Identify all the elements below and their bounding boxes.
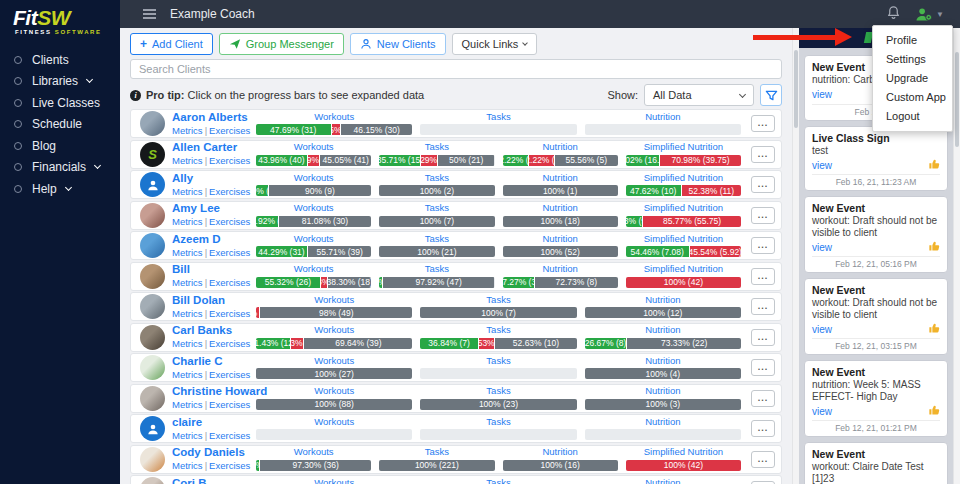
progress-segment-gray[interactable]: 55.71% (39) <box>307 246 371 257</box>
progress-segment-red[interactable]: 6.38% (3) <box>320 277 327 288</box>
progress-segment-gray[interactable]: 38.30% (18) <box>327 277 371 288</box>
progress-segment-red[interactable]: 100% (42) <box>626 460 741 471</box>
thumbs-up-icon[interactable] <box>928 402 940 420</box>
panel-scrollbar[interactable] <box>953 28 960 484</box>
event-view-link[interactable]: view <box>812 324 832 335</box>
avatar[interactable] <box>140 294 165 319</box>
exercises-link[interactable]: Exercises <box>209 125 250 136</box>
metrics-link[interactable]: Metrics <box>172 338 203 349</box>
progress-segment-green[interactable]: 55.32% (26) <box>256 277 320 288</box>
metrics-link[interactable]: Metrics <box>172 460 203 471</box>
menu-item-custom-app[interactable]: Custom App <box>873 88 952 107</box>
exercises-link[interactable]: Exercises <box>209 338 250 349</box>
scrollbar-thumb[interactable] <box>794 50 798 128</box>
progress-bar[interactable]: 100% (12) <box>585 307 741 318</box>
progress-bar[interactable]: 2.08% (1)97.92% (47) <box>379 277 494 288</box>
progress-segment-green[interactable]: 43.96% (40) <box>256 155 307 166</box>
progress-segment-gray[interactable]: 100% (4) <box>585 368 741 379</box>
progress-bar[interactable]: 100% (18) <box>503 216 618 227</box>
metrics-link[interactable]: Metrics <box>172 216 203 227</box>
progress-segment-green[interactable]: 47.62% (10) <box>626 185 681 196</box>
exercises-link[interactable]: Exercises <box>209 308 250 319</box>
progress-segment-gray[interactable]: 46.15% (30) <box>340 124 412 135</box>
progress-segment-green[interactable]: 47.69% (31) <box>256 124 331 135</box>
row-more-button[interactable]: ... <box>751 237 775 254</box>
progress-bar[interactable]: 100% (27) <box>256 368 412 379</box>
avatar[interactable] <box>140 111 165 136</box>
sidebar-item-clients[interactable]: Clients <box>0 49 120 71</box>
progress-segment-gray[interactable]: 100% (52) <box>503 246 618 257</box>
progress-segment-gray[interactable]: 100% (7) <box>379 216 494 227</box>
progress-bar[interactable] <box>585 124 741 135</box>
progress-segment-gray[interactable]: 90% (9) <box>268 185 372 196</box>
progress-segment-gray[interactable]: 100% (2) <box>379 185 494 196</box>
metrics-link[interactable]: Metrics <box>172 430 203 441</box>
progress-bar[interactable] <box>256 429 412 440</box>
row-more-button[interactable]: ... <box>751 329 775 346</box>
progress-segment-green[interactable]: 22.22% (2) <box>503 155 529 166</box>
progress-bar[interactable] <box>420 124 576 135</box>
quick-links-button[interactable]: Quick Links <box>452 33 538 55</box>
client-name-link[interactable]: Aaron Alberts <box>172 111 250 125</box>
exercises-link[interactable]: Exercises <box>209 155 250 166</box>
event-view-link[interactable]: view <box>812 242 832 253</box>
bell-icon[interactable] <box>886 5 901 24</box>
account-menu-button[interactable]: ▼ <box>914 7 944 22</box>
sidebar-item-libraries[interactable]: Libraries <box>0 71 120 93</box>
progress-segment-green[interactable]: 18.92% (7) <box>256 216 278 227</box>
progress-bar[interactable]: 43.96% (40)10.99% (10)45.05% (41) <box>256 155 371 166</box>
progress-segment-red[interactable]: 70.98% (39.75) <box>659 155 741 166</box>
progress-segment-gray[interactable]: 100% (12) <box>585 307 741 318</box>
progress-bar[interactable] <box>585 429 741 440</box>
exercises-link[interactable]: Exercises <box>209 460 250 471</box>
progress-segment-red[interactable]: 85.77% (55.75) <box>642 216 741 227</box>
progress-bar[interactable]: 27.27% (3)72.73% (8) <box>503 277 618 288</box>
progress-bar[interactable]: 100% (221) <box>379 460 494 471</box>
row-more-button[interactable]: ... <box>751 420 775 437</box>
progress-segment-green[interactable]: 14.23% (9.25) <box>626 216 642 227</box>
exercises-link[interactable]: Exercises <box>209 430 250 441</box>
progress-segment-gray[interactable]: 100% (21) <box>379 246 494 257</box>
progress-segment-gray[interactable]: 100% (7) <box>420 307 576 318</box>
progress-segment-gray[interactable]: 50% (21) <box>437 155 495 166</box>
add-client-button[interactable]: +Add Client <box>130 33 213 55</box>
metrics-link[interactable]: Metrics <box>172 308 203 319</box>
progress-bar[interactable]: 100% (4) <box>585 368 741 379</box>
progress-segment-gray[interactable]: 100% (88) <box>256 399 412 410</box>
client-name-link[interactable]: Allen Carter <box>172 141 250 155</box>
progress-bar[interactable] <box>420 429 576 440</box>
progress-bar[interactable]: 100% (23) <box>420 399 576 410</box>
progress-segment-green[interactable]: 29.02% (16.25) <box>626 155 659 166</box>
metrics-link[interactable]: Metrics <box>172 155 203 166</box>
progress-segment-green[interactable]: 26.67% (8) <box>585 338 627 349</box>
menu-item-settings[interactable]: Settings <box>873 50 952 69</box>
show-select[interactable]: All Data <box>644 84 754 106</box>
progress-segment-gray[interactable]: 100% (18) <box>503 216 618 227</box>
progress-bar[interactable]: 29.02% (16.25)70.98% (39.75) <box>626 155 741 166</box>
event-view-link[interactable]: view <box>812 160 832 171</box>
progress-segment-gray[interactable]: 97.92% (47) <box>382 277 495 288</box>
avatar[interactable]: S <box>140 142 165 167</box>
scrollbar-thumb[interactable] <box>955 52 959 147</box>
progress-bar[interactable]: 18.92% (7)81.08% (30) <box>256 216 371 227</box>
progress-bar[interactable]: 47.69% (31)6.15% (4)46.15% (30) <box>256 124 412 135</box>
row-more-button[interactable]: ... <box>751 390 775 407</box>
progress-bar[interactable]: 14.23% (9.25)85.77% (55.75) <box>626 216 741 227</box>
progress-segment-green[interactable]: 21.43% (12) <box>256 338 290 349</box>
row-more-button[interactable]: ... <box>751 146 775 163</box>
progress-bar[interactable]: 54.46% (7.08)45.54% (5.92) <box>626 246 741 257</box>
row-more-button[interactable]: ... <box>751 298 775 315</box>
metrics-link[interactable]: Metrics <box>172 369 203 380</box>
progress-bar[interactable]: 100% (2) <box>379 185 494 196</box>
progress-segment-gray[interactable]: 100% (1) <box>503 185 618 196</box>
exercises-link[interactable]: Exercises <box>209 399 250 410</box>
avatar[interactable] <box>140 416 165 441</box>
avatar[interactable] <box>140 447 165 472</box>
progress-bar[interactable]: 47.62% (10)52.38% (11) <box>626 185 741 196</box>
group-messenger-button[interactable]: Group Messenger <box>219 33 344 55</box>
sidebar-item-financials[interactable]: Financials <box>0 157 120 179</box>
thumbs-up-icon[interactable] <box>928 238 940 256</box>
menu-item-profile[interactable]: Profile <box>873 31 952 50</box>
progress-segment-red[interactable]: 10.53% (2) <box>478 338 494 349</box>
progress-bar[interactable]: 21.43% (12)8.93% (5)69.64% (39) <box>256 338 412 349</box>
